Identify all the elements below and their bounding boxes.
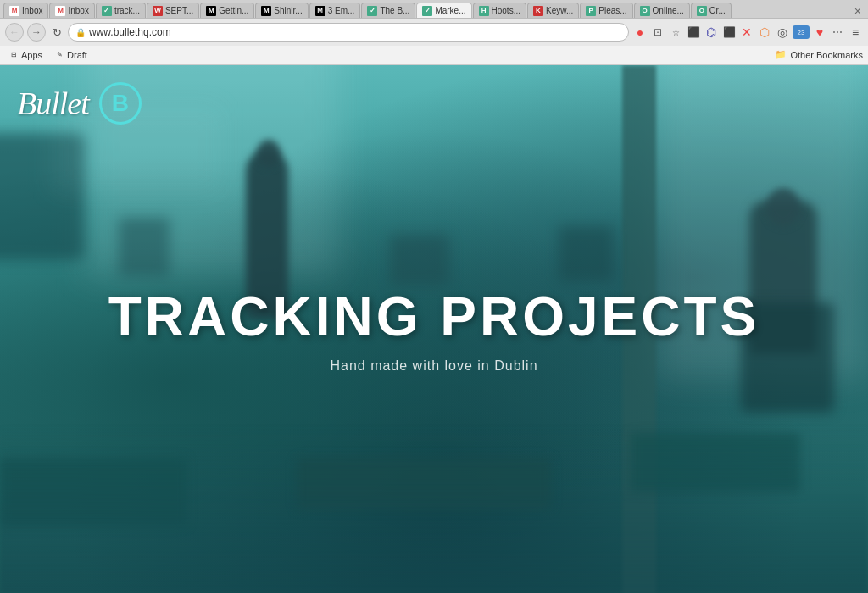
toolbar-icon-5[interactable]: ⌬ [704, 25, 719, 40]
bookmarks-bar: ⊞ Apps ✎ Draft 📁 Other Bookmarks [0, 46, 868, 64]
folder-icon: 📁 [775, 49, 787, 60]
toolbar-icon-6[interactable]: ⬛ [721, 25, 737, 40]
bookmark-apps-label: Apps [21, 50, 42, 60]
tab-icon-shinin: M [261, 6, 271, 16]
monitor-center [390, 235, 449, 285]
tab-track[interactable]: ✓ track... [96, 3, 146, 18]
tab-icon-gettin: M [206, 6, 216, 16]
tab-marke[interactable]: ✓ Marke... [416, 3, 471, 18]
headline-area: TRACKING PROJECTS Hand made with love in… [108, 285, 760, 374]
logo-area: Bullet B [17, 82, 142, 125]
tab-icon-online: O [640, 6, 650, 16]
monitor-right [559, 226, 614, 281]
toolbar-icon-13[interactable]: ≡ [848, 25, 863, 40]
toolbar-icon-9[interactable]: ◎ [775, 25, 790, 40]
toolbar-icon-3[interactable]: ☆ [668, 25, 683, 40]
logo-circle-letter: B [112, 90, 129, 117]
bookmark-draft[interactable]: ✎ Draft [51, 49, 91, 61]
tab-label-track: track... [114, 6, 140, 15]
page-content: Bullet B TRACKING PROJECTS Hand made wit… [0, 65, 868, 593]
address-bar[interactable]: 🔒 www.bullethq.com [68, 23, 629, 42]
tab-label-keyw: Keyw... [546, 6, 573, 15]
toolbar-icons: ● ⊡ ☆ ⬛ ⌬ ⬛ ✕ ⬡ ◎ 23 ♥ ⋯ ≡ [632, 25, 863, 40]
logo-text: Bullet [17, 85, 89, 122]
tab-label-gettin: Gettin... [219, 6, 248, 15]
toolbar-icon-8[interactable]: ⬡ [757, 25, 772, 40]
tab-icon-marke: ✓ [422, 6, 432, 16]
tab-label-theb: The B... [380, 6, 409, 15]
apps-icon: ⊞ [8, 50, 19, 60]
bookmark-apps[interactable]: ⊞ Apps [5, 49, 46, 61]
tab-icon-track: ✓ [102, 6, 112, 16]
tab-inbox-1[interactable]: M Inbox [3, 3, 48, 18]
tab-online[interactable]: O Online... [634, 3, 690, 18]
reload-button[interactable]: ↻ [49, 25, 64, 40]
toolbar-icon-11[interactable]: ♥ [812, 25, 827, 40]
tab-label-sept: SEPT... [165, 6, 193, 15]
address-bar-row: ← → ↻ 🔒 www.bullethq.com ● ⊡ ☆ ⬛ ⌬ ⬛ ✕ ⬡… [0, 19, 868, 46]
tab-label-1: Inbox [22, 6, 42, 15]
bookmark-draft-label: Draft [67, 50, 87, 60]
tab-inbox-2[interactable]: M Inbox [49, 3, 94, 18]
tab-keyw[interactable]: K Keyw... [527, 3, 579, 18]
tab-shinin[interactable]: M Shinir... [255, 3, 308, 18]
tab-icon-3em: M [315, 6, 326, 16]
toolbar-icon-7[interactable]: ✕ [739, 25, 754, 40]
tab-icon-gmail-1: M [9, 6, 19, 16]
tab-label-2: Inbox [68, 6, 88, 15]
tab-icon-pleas: P [586, 6, 596, 16]
tab-3em[interactable]: M 3 Em... [309, 3, 361, 18]
toolbar-icon-10[interactable]: 23 [793, 25, 810, 39]
back-button[interactable]: ← [5, 23, 24, 42]
toolbar-icon-4[interactable]: ⬛ [686, 25, 701, 40]
floor-reflection [0, 424, 868, 593]
tab-label-marke: Marke... [435, 6, 465, 15]
tab-icon-hoots: H [479, 6, 489, 16]
bookmarks-right[interactable]: 📁 Other Bookmarks [775, 49, 863, 60]
toolbar-icon-1[interactable]: ● [632, 25, 648, 40]
other-bookmarks-label: Other Bookmarks [790, 50, 863, 60]
tab-pleas[interactable]: P Pleas... [580, 3, 632, 18]
tab-icon-or: O [697, 6, 707, 16]
tab-theb[interactable]: ✓ The B... [361, 3, 415, 18]
main-headline: TRACKING PROJECTS [108, 285, 760, 348]
toolbar-icon-12[interactable]: ⋯ [830, 25, 845, 40]
close-tab-button[interactable]: × [851, 4, 865, 18]
toolbar-icon-2[interactable]: ⊡ [650, 25, 665, 40]
tab-label-shinin: Shinir... [274, 6, 302, 15]
tab-gettin[interactable]: M Gettin... [200, 3, 254, 18]
person-2-head [766, 188, 800, 226]
tab-label-pleas: Pleas... [598, 6, 626, 15]
url-text: www.bullethq.com [89, 26, 621, 38]
lock-icon: 🔒 [75, 28, 86, 37]
tab-label-3em: 3 Em... [328, 6, 355, 15]
tab-label-hoots: Hoots... [492, 6, 520, 15]
tab-icon-theb: ✓ [367, 6, 377, 16]
tab-bar: M Inbox M Inbox ✓ track... W SEPT... M G… [0, 0, 868, 19]
tab-hoots[interactable]: H Hoots... [473, 3, 526, 18]
tab-label-or: Or... [709, 6, 726, 15]
logo-circle: B [99, 82, 142, 125]
person-1-head [257, 140, 281, 167]
tab-label-online: Online... [653, 6, 684, 15]
draft-icon: ✎ [54, 50, 64, 60]
tab-icon-gmail-2: M [55, 6, 65, 16]
forward-button[interactable]: → [27, 23, 46, 42]
tab-icon-keyw: K [533, 6, 543, 16]
sub-headline: Hand made with love in Dublin [108, 358, 760, 374]
tab-icon-sept: W [153, 6, 163, 16]
tab-or[interactable]: O Or... [691, 3, 732, 18]
tab-sept[interactable]: W SEPT... [147, 3, 199, 18]
monitor-left [119, 218, 170, 277]
